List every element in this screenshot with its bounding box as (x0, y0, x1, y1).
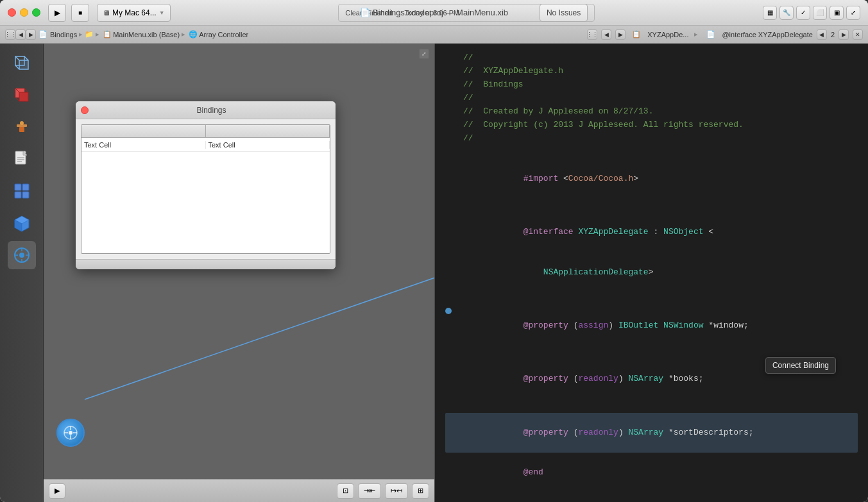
sim-table-body: Text Cell Text Cell (81, 138, 330, 253)
split-view-button[interactable]: ▣ (830, 6, 844, 20)
sim-window-title: Bindings (92, 106, 330, 115)
close-editor[interactable]: ✕ (853, 29, 863, 40)
code-line-property1: @property (assign) IBOutlet NSWindow *wi… (445, 306, 858, 346)
svg-line-8 (24, 88, 28, 92)
code-comment-3: // Bindings (463, 78, 858, 92)
cell-text-cell-1: Text Cell (81, 141, 206, 149)
fullscreen-button[interactable]: ⤢ (846, 6, 860, 20)
sidebar-icon-windows[interactable] (8, 177, 36, 205)
code-comment-7: // (463, 132, 858, 146)
right-breadcrumb: ⋮⋮ ◀ ▶ 📋 XYZAppDe... ▸ 📄 @interface XYZA… (587, 29, 863, 40)
close-button[interactable] (8, 8, 16, 17)
svg-line-4 (15, 65, 19, 69)
toolbar-right: ▦ 🔧 ✓ ⬜ ▣ ⤢ (763, 6, 860, 20)
traffic-lights (8, 8, 40, 17)
breadcrumb-bar: ⋮⋮ ◀ ▶ 📄 Bindings ▸ 📁 ▸ 📋 MainMenu.xib (… (0, 26, 868, 44)
array-controller-icon[interactable] (56, 419, 85, 447)
breadcrumb-array-controller[interactable]: Array Controller (199, 31, 248, 38)
code-content[interactable]: // // XYZAppDelegate.h // Bindings // // (435, 44, 868, 502)
sidebar-icon-blue-cube-2[interactable] (8, 241, 36, 269)
cell-text-cell-2: Text Cell (206, 141, 330, 149)
svg-line-36 (85, 278, 434, 399)
svg-rect-20 (22, 192, 29, 198)
svg-point-35 (69, 431, 72, 435)
svg-line-2 (15, 56, 19, 60)
breadcrumb-bindings[interactable]: Bindings (50, 31, 77, 38)
code-line-end: @end (445, 453, 858, 492)
code-comment-5: // Created by J Appleseed on 8/27/13. (463, 105, 858, 119)
forward-button[interactable]: ▶ (26, 29, 36, 40)
breadcrumb-folder[interactable]: 📁 (85, 30, 94, 38)
main-area: ⤢ Bindings (0, 44, 868, 502)
ib-play-button[interactable]: ▶ (49, 483, 65, 499)
sim-table: Text Cell Text Cell (81, 124, 330, 254)
breadcrumb-interface[interactable]: @interface XYZAppDelegate (722, 31, 812, 38)
sim-close[interactable] (81, 106, 89, 114)
play-button[interactable]: ▶ (48, 4, 66, 22)
sim-window-body: Text Cell Text Cell (76, 119, 336, 259)
svg-rect-19 (15, 192, 21, 198)
inspector-button[interactable]: 🔧 (779, 6, 794, 20)
svg-rect-6 (19, 92, 28, 101)
svg-rect-1 (19, 60, 28, 69)
code-line-3: // Bindings (445, 78, 858, 92)
grid-view-button[interactable]: ▦ (763, 6, 777, 20)
counter-forward[interactable]: ▶ (838, 29, 849, 40)
sim-table-header (81, 125, 330, 138)
code-comment-6: // Copyright (c) 2013 J Appleseed. All r… (463, 119, 858, 132)
breadcrumb-file[interactable]: XYZAppDe... (647, 31, 688, 38)
sidebar-icon-blue-cube[interactable] (8, 209, 36, 237)
sim-col2-header (206, 125, 330, 137)
sim-window-titlebar: Bindings (76, 101, 336, 119)
check-button[interactable]: ✓ (796, 6, 810, 20)
sim-window-footer (76, 259, 336, 269)
code-line-interface: @interface XYZAppDelegate : NSObject < (445, 212, 858, 252)
breadcrumb-mainmenu[interactable]: MainMenu.xib (Base) (113, 31, 180, 38)
svg-rect-17 (15, 184, 21, 190)
sidebar-icon-file[interactable] (8, 145, 36, 173)
svg-line-9 (15, 97, 19, 101)
scheme-selector[interactable]: 🖥 My Mac 64... ▼ (97, 4, 171, 22)
embed-button[interactable]: ⊞ (412, 483, 429, 499)
right-grid-icon[interactable]: ⋮⋮ (587, 29, 597, 40)
align-center-button[interactable]: ⇥⇤ (358, 483, 381, 499)
align-right-button[interactable]: ↦↤ (385, 483, 408, 499)
counter-back[interactable]: ◀ (817, 29, 827, 40)
scheme-label: My Mac 64... (112, 8, 157, 17)
code-comment-4: // (463, 92, 858, 105)
code-line-blank-1 (445, 146, 858, 159)
code-line-blank-3 (445, 292, 858, 306)
right-forward-button[interactable]: ▶ (615, 29, 625, 40)
sidebar-toggle[interactable]: ⬜ (813, 6, 827, 20)
sidebar-icon-build[interactable] (8, 113, 36, 141)
sidebar-icon-red-cube[interactable] (8, 81, 36, 109)
svg-point-12 (20, 121, 24, 125)
ib-canvas: ⤢ Bindings (44, 44, 435, 502)
svg-rect-18 (22, 184, 29, 190)
code-line-1: // (445, 51, 858, 65)
table-row: Text Cell Text Cell (81, 138, 330, 152)
align-left-button[interactable]: ⊡ (337, 483, 354, 499)
minimize-button[interactable] (20, 8, 28, 17)
code-comment-1: // (463, 51, 858, 65)
main-window: ▶ ■ 🖥 My Mac 64... ▼ Clean Finished | To… (0, 0, 868, 502)
ib-content: Bindings Text Cell Text Cell (44, 44, 434, 479)
ib-bottom-toolbar: ▶ ⊡ ⇥⇤ ↦↤ ⊞ (44, 479, 434, 502)
code-comment-2: // XYZAppDelegate.h (463, 65, 858, 78)
right-back-button[interactable]: ◀ (601, 29, 611, 40)
code-line-2: // XYZAppDelegate.h (445, 65, 858, 78)
tooltip-label: Connect Binding (772, 361, 829, 370)
svg-point-25 (19, 253, 24, 258)
window-title: 📄 Bindings.xcodeproj — MainMenu.xib (360, 8, 508, 17)
grid-icon[interactable]: ⋮⋮ (5, 29, 15, 40)
sim-window: Bindings Text Cell Text Cell (76, 101, 336, 269)
code-line-blank-5 (445, 399, 858, 413)
code-line-property3: @property (readonly) NSArray *sortDescri… (445, 413, 858, 453)
code-line-import: #import <Cocoa/Cocoa.h> (445, 159, 858, 199)
back-button[interactable]: ◀ (15, 29, 26, 40)
maximize-button[interactable] (32, 8, 40, 17)
svg-rect-11 (19, 127, 24, 132)
counter-value: 2 (831, 31, 835, 38)
sidebar-icon-3d[interactable] (8, 49, 36, 77)
stop-button[interactable]: ■ (71, 4, 89, 22)
